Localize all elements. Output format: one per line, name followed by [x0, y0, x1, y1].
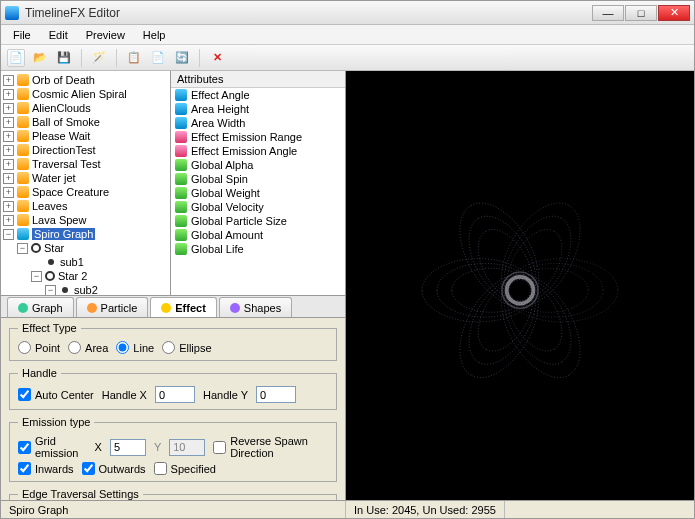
new-button[interactable]: 📄: [7, 49, 25, 67]
svg-point-10: [444, 261, 555, 390]
expander-icon[interactable]: +: [3, 145, 14, 156]
attribute-icon: [175, 145, 187, 157]
attribute-icon: [175, 173, 187, 185]
open-button[interactable]: 📂: [31, 49, 49, 67]
separator: [116, 49, 117, 67]
menu-file[interactable]: File: [5, 26, 39, 44]
menu-preview[interactable]: Preview: [78, 26, 133, 44]
tabs-row: Graph Particle Effect Shapes: [1, 296, 345, 318]
emission-legend: Emission type: [18, 416, 94, 428]
refresh-button[interactable]: 🔄: [173, 49, 191, 67]
attribute-item[interactable]: Effect Angle: [171, 88, 345, 102]
attribute-icon: [175, 117, 187, 129]
attribute-item[interactable]: Effect Emission Angle: [171, 144, 345, 158]
tree-item[interactable]: +DirectionTest: [1, 143, 170, 157]
attribute-item[interactable]: Global Life: [171, 242, 345, 256]
tree-item[interactable]: +Leaves: [1, 199, 170, 213]
tree-item[interactable]: −Star: [1, 241, 170, 255]
inwards-checkbox[interactable]: Inwards: [18, 462, 74, 475]
attribute-item[interactable]: Global Amount: [171, 228, 345, 242]
expander-icon[interactable]: +: [3, 215, 14, 226]
attribute-label: Global Alpha: [191, 159, 253, 171]
tab-particle[interactable]: Particle: [76, 297, 149, 317]
grid-emission-checkbox[interactable]: Grid emission: [18, 435, 87, 459]
tree-item[interactable]: −Spiro Graph: [1, 227, 170, 241]
expander-icon[interactable]: +: [3, 159, 14, 170]
expander-icon[interactable]: [31, 257, 42, 268]
preview-viewport[interactable]: [346, 71, 694, 500]
attribute-item[interactable]: Global Spin: [171, 172, 345, 186]
save-button[interactable]: 💾: [55, 49, 73, 67]
maximize-button[interactable]: □: [625, 5, 657, 21]
svg-point-11: [452, 268, 531, 312]
specified-checkbox[interactable]: Specified: [154, 462, 216, 475]
expander-icon[interactable]: +: [3, 173, 14, 184]
wand-button[interactable]: 🪄: [90, 49, 108, 67]
paste-button[interactable]: 📄: [149, 49, 167, 67]
expander-icon[interactable]: −: [31, 271, 42, 282]
expander-icon[interactable]: +: [3, 103, 14, 114]
reverse-spawn-checkbox[interactable]: Reverse Spawn Direction: [213, 435, 328, 459]
expander-icon[interactable]: +: [3, 75, 14, 86]
tree-item[interactable]: +Cosmic Alien Spiral: [1, 87, 170, 101]
app-icon: [5, 6, 19, 20]
tab-effect[interactable]: Effect: [150, 297, 217, 317]
minimize-button[interactable]: —: [592, 5, 624, 21]
handle-legend: Handle: [18, 367, 61, 379]
attribute-label: Global Amount: [191, 229, 263, 241]
handle-y-input[interactable]: [256, 386, 296, 403]
attribute-icon: [175, 89, 187, 101]
menu-help[interactable]: Help: [135, 26, 174, 44]
svg-point-13: [422, 259, 535, 322]
radio-line[interactable]: Line: [116, 341, 154, 354]
tree-label: Lava Spew: [32, 214, 86, 226]
tree-item[interactable]: −sub2: [1, 283, 170, 295]
expander-icon[interactable]: +: [3, 187, 14, 198]
status-usage: In Use: 2045, Un Used: 2955: [346, 501, 505, 518]
tree-item[interactable]: +Ball of Smoke: [1, 115, 170, 129]
tree-item[interactable]: +Please Wait: [1, 129, 170, 143]
tree-item[interactable]: +Lava Spew: [1, 213, 170, 227]
tree-item[interactable]: +Orb of Death: [1, 73, 170, 87]
tree-item[interactable]: sub1: [1, 255, 170, 269]
radio-point[interactable]: Point: [18, 341, 60, 354]
expander-icon[interactable]: +: [3, 131, 14, 142]
attribute-item[interactable]: Global Alpha: [171, 158, 345, 172]
attribute-item[interactable]: Global Particle Size: [171, 214, 345, 228]
tree-label: sub1: [60, 256, 84, 268]
delete-button[interactable]: ✕: [208, 49, 226, 67]
expander-icon[interactable]: +: [3, 117, 14, 128]
expander-icon[interactable]: −: [45, 285, 56, 296]
autocenter-checkbox[interactable]: Auto Center: [18, 388, 94, 401]
radio-area[interactable]: Area: [68, 341, 108, 354]
radio-ellipse[interactable]: Ellipse: [162, 341, 211, 354]
tab-graph[interactable]: Graph: [7, 297, 74, 317]
handle-x-input[interactable]: [155, 386, 195, 403]
effect-type-group: Effect Type Point Area Line Ellipse: [9, 322, 337, 361]
menu-edit[interactable]: Edit: [41, 26, 76, 44]
outwards-checkbox[interactable]: Outwards: [82, 462, 146, 475]
tree-item[interactable]: +AlienClouds: [1, 101, 170, 115]
attribute-item[interactable]: Effect Emission Range: [171, 130, 345, 144]
attribute-item[interactable]: Global Velocity: [171, 200, 345, 214]
tree-item[interactable]: −Star 2: [1, 269, 170, 283]
attributes-header: Attributes: [171, 71, 345, 88]
effect-tree[interactable]: +Orb of Death+Cosmic Alien Spiral+AlienC…: [1, 71, 171, 295]
tree-item[interactable]: +Space Creature: [1, 185, 170, 199]
attribute-item[interactable]: Global Weight: [171, 186, 345, 200]
close-button[interactable]: ✕: [658, 5, 690, 21]
expander-icon[interactable]: −: [3, 229, 14, 240]
tree-label: Space Creature: [32, 186, 109, 198]
tab-shapes[interactable]: Shapes: [219, 297, 292, 317]
attribute-icon: [175, 229, 187, 241]
emission-x-input[interactable]: [110, 439, 146, 456]
attribute-item[interactable]: Area Height: [171, 102, 345, 116]
tree-item[interactable]: +Water jet: [1, 171, 170, 185]
attribute-item[interactable]: Area Width: [171, 116, 345, 130]
tree-item[interactable]: +Traversal Test: [1, 157, 170, 171]
copy-button[interactable]: 📋: [125, 49, 143, 67]
tree-label: Leaves: [32, 200, 67, 212]
expander-icon[interactable]: +: [3, 89, 14, 100]
expander-icon[interactable]: +: [3, 201, 14, 212]
expander-icon[interactable]: −: [17, 243, 28, 254]
